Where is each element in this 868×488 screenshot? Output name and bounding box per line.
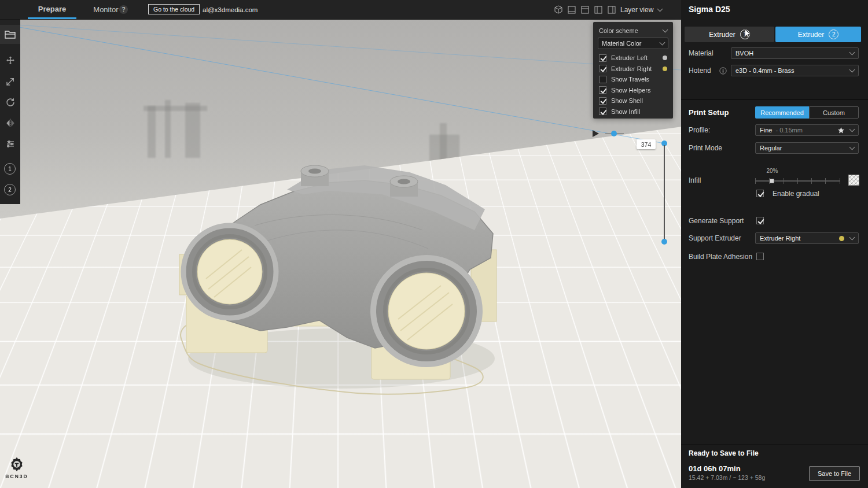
view-preset-front-icon[interactable] [567,5,576,14]
bcn3d-logo-text: BCN3D [5,474,29,479]
chevron-down-icon [849,235,855,241]
chevron-down-icon [849,50,855,56]
checkbox[interactable] [599,65,606,72]
build-plate-adhesion-label: Build Plate Adhesion [689,251,752,263]
model-left-ring [183,225,276,318]
view-option-extruder-left[interactable]: Extruder Left [593,53,673,64]
material-value: BVOH [735,50,753,57]
custom-mode-button[interactable]: Custom [809,106,859,119]
profile-label: Profile: [689,124,710,136]
star-icon[interactable] [838,127,844,134]
open-file-button[interactable] [0,25,20,44]
color-scheme-value: Material Color [602,40,641,47]
printer-name: Sigma D25 [689,5,730,14]
move-tool-button[interactable] [0,51,20,70]
checkbox[interactable] [599,86,606,94]
material-estimate: 15.42 + 7.03m / ~ 123 + 58g [689,474,765,481]
info-icon[interactable] [719,66,727,77]
save-to-file-button[interactable]: Save to File [809,466,860,481]
scale-tool-button[interactable] [0,72,20,91]
toolbar-extruder-1-button[interactable]: 1 [4,163,16,175]
infill-pattern-preview[interactable] [848,175,859,186]
gear-icon [9,456,25,472]
layer-slider-track[interactable] [664,145,665,240]
account-email[interactable]: al@x3dmedia.com [203,0,258,19]
enable-gradual-checkbox[interactable] [756,190,764,197]
extruder-1-tab-label: Extruder [709,31,735,39]
view-option-show-helpers[interactable]: Show Helpers [593,85,673,96]
print-time-estimate: 01d 06h 07min [689,464,741,473]
layer-number-label: 374 [637,139,656,149]
hotend-label: Hotend [689,65,711,76]
viewport-3d[interactable]: 374 [0,19,681,488]
build-plate-adhesion-checkbox[interactable] [756,253,764,260]
chevron-down-icon [660,40,665,46]
checkbox[interactable] [599,76,606,83]
print-mode-dropdown[interactable]: Regular [755,142,859,154]
view-mode-dropdown[interactable]: Layer view [618,3,678,16]
chevron-down-icon [849,145,855,150]
extruder-2-tab-label: Extruder [798,31,824,39]
model-3d[interactable] [174,156,509,399]
view-option-extruder-right[interactable]: Extruder Right [593,64,673,75]
checkbox[interactable] [599,108,606,115]
view-option-label: Extruder Right [611,65,652,72]
divider [681,445,868,445]
profile-dropdown[interactable]: Fine - 0.15mm [755,124,859,136]
chevron-down-icon [849,67,855,73]
rotate-tool-button[interactable] [0,93,20,112]
view-option-label: Show Travels [611,76,649,83]
print-mode-value: Regular [760,145,782,151]
view-option-show-infill[interactable]: Show Infill [593,106,673,117]
chevron-down-icon [663,27,668,33]
hotend-dropdown[interactable]: e3D - 0.4mm - Brass [731,65,859,76]
view-option-show-travels[interactable]: Show Travels [593,74,673,85]
view-option-show-shell[interactable]: Show Shell [593,95,673,106]
infill-slider: 20% [755,168,840,187]
view-option-label: Show Shell [611,97,643,104]
extruder-1-tab[interactable]: Extruder 1 [685,27,774,42]
model-right-ring [373,258,480,364]
divider [681,99,868,99]
view-options-list: Extruder LeftExtruder RightShow TravelsS… [593,53,673,117]
help-icon[interactable]: ? [119,5,128,14]
generate-support-checkbox[interactable] [756,217,764,224]
support-extruder-label: Support Extruder [689,232,741,244]
top-menu-bar: Prepare Monitor ? Go to the cloud al@x3d… [0,0,681,20]
per-model-settings-button[interactable] [0,134,20,153]
checkbox[interactable] [599,97,606,105]
material-dropdown[interactable]: BVOH [731,47,859,59]
support-extruder-dropdown[interactable]: Extruder Right [755,232,859,244]
recommended-mode-button[interactable]: Recommended [755,106,809,119]
tab-monitor-label: Monitor [93,5,118,14]
view-preset-right-icon[interactable] [607,5,616,14]
go-to-cloud-button[interactable]: Go to the cloud [148,4,200,14]
tab-prepare-label: Prepare [38,5,66,13]
tab-prepare[interactable]: Prepare [28,0,76,19]
path-slider-handle[interactable] [611,131,617,136]
extruder-2-tab[interactable]: Extruder 2 [775,27,861,42]
color-scheme-dropdown[interactable]: Material Color [598,38,668,49]
extruder-2-badge: 2 [829,29,838,39]
layer-slider-bottom-handle[interactable] [661,239,667,245]
bcn3d-logo: BCN3D [5,456,29,479]
generate-support-label: Generate Support [689,215,744,227]
infill-slider-handle[interactable] [770,179,774,183]
profile-value: Fine [760,127,772,134]
toolbar-extruder-2-button[interactable]: 2 [4,184,16,195]
layer-view-options-panel: Color scheme Material Color Extruder Lef… [593,22,673,119]
mirror-tool-button[interactable] [0,113,20,132]
application-window: 374 Prepare Monitor ? Go to the cloud al… [0,0,868,488]
material-label: Material [689,47,713,59]
view-preset-3d-icon[interactable] [554,5,563,14]
chevron-down-icon [849,127,855,132]
extruder-color-dot [663,66,667,71]
color-scheme-header[interactable]: Color scheme [593,25,673,36]
infill-slider-track[interactable] [755,180,840,182]
support-extruder-value: Extruder Right [760,235,800,242]
view-option-label: Show Helpers [611,87,650,94]
play-button[interactable] [593,130,599,137]
view-preset-top-icon[interactable] [580,5,590,14]
checkbox[interactable] [599,54,606,62]
view-preset-left-icon[interactable] [594,5,603,14]
